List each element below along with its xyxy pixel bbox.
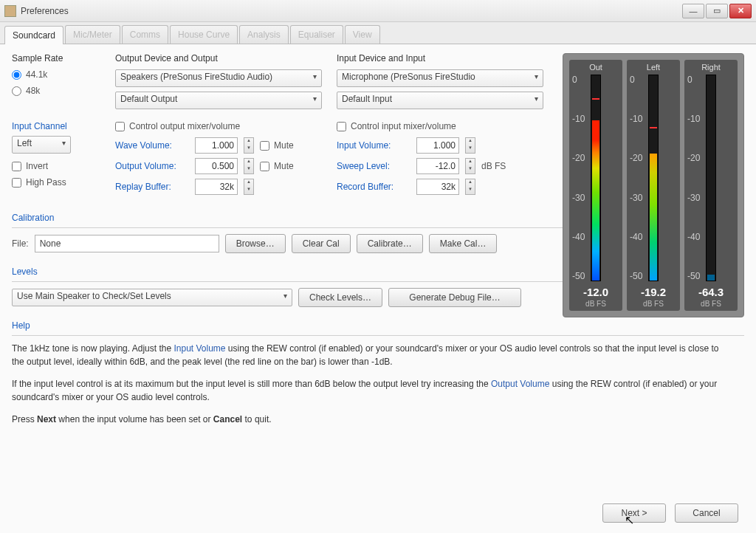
input-heading: Input Device and Input <box>337 53 543 63</box>
meter-out: Out 0-10-20-30-40-50 -12.0 dB FS <box>569 60 622 311</box>
meter-left-value: -19.2 <box>641 286 666 298</box>
sweep-level-label: Sweep Level: <box>337 161 410 171</box>
wave-volume-input[interactable] <box>195 137 238 154</box>
make-cal-button[interactable]: Make Cal… <box>429 234 498 253</box>
help-link-output-volume[interactable]: Output Volume <box>491 379 549 389</box>
cal-file-label: File: <box>12 238 29 249</box>
input-select[interactable]: Default Input <box>337 92 543 109</box>
clear-cal-button[interactable]: Clear Cal <box>292 234 351 253</box>
output-heading: Output Device and Output <box>115 53 322 63</box>
tab-house-curve[interactable]: House Curve <box>170 25 238 44</box>
help-link-input-volume[interactable]: Input Volume <box>173 343 225 354</box>
sweep-level-unit: dB FS <box>481 161 506 171</box>
sample-rate-heading: Sample Rate <box>12 53 100 63</box>
record-buffer-spinner[interactable]: ▲▼ <box>465 179 475 195</box>
replay-buffer-spinner[interactable]: ▲▼ <box>244 179 254 195</box>
next-button[interactable]: Next > <box>602 503 666 523</box>
input-volume-spinner[interactable]: ▲▼ <box>465 137 475 154</box>
tab-bar: Soundcard Mic/Meter Comms House Curve An… <box>0 22 756 44</box>
replay-buffer-label: Replay Buffer: <box>115 182 189 192</box>
help-text: The 1kHz tone is now playing. Adjust the… <box>12 342 721 426</box>
tab-analysis[interactable]: Analysis <box>239 25 289 44</box>
titlebar: Preferences — ▭ ✕ <box>0 0 756 22</box>
cancel-button[interactable]: Cancel <box>675 503 738 523</box>
tab-comms[interactable]: Comms <box>122 25 168 44</box>
app-icon <box>4 5 16 17</box>
radio-48k[interactable]: 48k <box>12 86 100 96</box>
levels-select[interactable]: Use Main Speaker to Check/Set Levels <box>12 289 292 306</box>
wave-volume-label: Wave Volume: <box>115 140 189 151</box>
tab-equaliser[interactable]: Equaliser <box>290 25 343 44</box>
calibrate-button[interactable]: Calibrate… <box>357 234 423 253</box>
meter-out-value: -12.0 <box>583 286 608 298</box>
meter-right-value: -64.3 <box>698 286 724 298</box>
sweep-level-input[interactable] <box>416 158 459 174</box>
replay-buffer-input[interactable] <box>195 179 238 195</box>
tab-mic-meter[interactable]: Mic/Meter <box>65 25 120 44</box>
check-levels-button[interactable]: Check Levels… <box>298 288 382 307</box>
close-button[interactable]: ✕ <box>729 4 752 18</box>
tab-view[interactable]: View <box>345 25 380 44</box>
output-volume-label: Output Volume: <box>115 161 189 171</box>
meter-left: Left 0-10-20-30-40-50 -19.2 dB FS <box>627 60 680 311</box>
window-title: Preferences <box>21 6 682 16</box>
input-volume-input[interactable] <box>416 137 459 154</box>
content: Sample Rate 44.1k 48k Input Channel Left… <box>0 44 756 533</box>
wave-volume-spinner[interactable]: ▲▼ <box>244 137 254 154</box>
record-buffer-input[interactable] <box>416 179 459 195</box>
invert-checkbox[interactable]: Invert <box>12 161 100 171</box>
browse-button[interactable]: Browse… <box>225 234 286 253</box>
meter-right: Right 0-10-20-30-40-50 -64.3 dB FS <box>684 60 738 311</box>
sweep-level-spinner[interactable]: ▲▼ <box>465 158 475 174</box>
cal-file-input[interactable] <box>35 235 219 252</box>
input-channel-heading: Input Channel <box>12 121 100 131</box>
radio-441k[interactable]: 44.1k <box>12 69 100 80</box>
output-device-select[interactable]: Speakers (PreSonus FireStudio Audio) <box>115 69 322 87</box>
maximize-button[interactable]: ▭ <box>706 4 728 18</box>
input-device-select[interactable]: Microphone (PreSonus FireStudio <box>337 69 543 87</box>
generate-debug-button[interactable]: Generate Debug File… <box>388 288 521 307</box>
minimize-button[interactable]: — <box>682 4 704 18</box>
record-buffer-label: Record Buffer: <box>337 182 410 192</box>
input-channel-select[interactable]: Left <box>12 136 71 154</box>
wave-mute-checkbox[interactable]: Mute <box>260 140 294 151</box>
output-volume-spinner[interactable]: ▲▼ <box>244 158 254 174</box>
output-volume-input[interactable] <box>195 158 238 174</box>
input-volume-label: Input Volume: <box>337 140 410 151</box>
control-output-mixer-checkbox[interactable]: Control output mixer/volume <box>115 121 322 131</box>
control-input-mixer-checkbox[interactable]: Control input mixer/volume <box>337 121 543 131</box>
output-mute-checkbox[interactable]: Mute <box>260 161 294 171</box>
highpass-checkbox[interactable]: High Pass <box>12 177 100 188</box>
help-heading: Help <box>12 320 744 331</box>
tab-soundcard[interactable]: Soundcard <box>4 26 63 44</box>
output-select[interactable]: Default Output <box>115 92 322 109</box>
level-meters: Out 0-10-20-30-40-50 -12.0 dB FS Left 0-… <box>563 53 744 317</box>
